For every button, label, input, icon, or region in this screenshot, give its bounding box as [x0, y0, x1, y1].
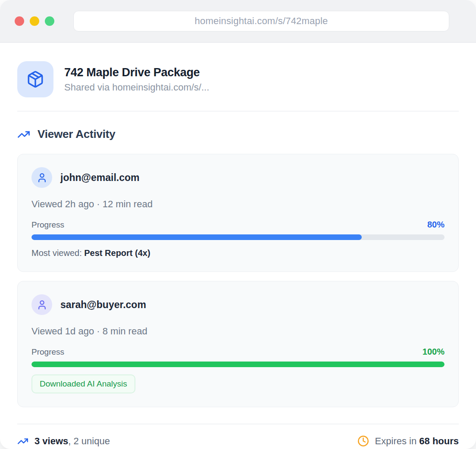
page-content: 742 Maple Drive Package Shared via homei… [0, 43, 476, 449]
trending-up-icon [17, 436, 28, 447]
trending-up-icon [17, 128, 30, 141]
progress-bar-track [31, 234, 445, 240]
address-bar[interactable]: homeinsightai.com/s/742maple [73, 11, 449, 31]
user-icon [31, 167, 52, 188]
header-divider [17, 111, 459, 112]
browser-chrome: homeinsightai.com/s/742maple [0, 0, 476, 43]
downloaded-badge: Downloaded AI Analysis [31, 374, 135, 393]
package-icon [17, 61, 53, 97]
progress-bar-fill [31, 234, 362, 240]
viewer-email: sarah@buyer.com [60, 299, 146, 311]
most-viewed-line: Most viewed: Pest Report (4x) [31, 248, 445, 258]
expiry-label: Expires in [375, 436, 420, 446]
viewer-card: john@email.com Viewed 2h ago · 12 min re… [17, 154, 459, 272]
page-subtitle: Shared via homeinsightai.com/s/... [64, 82, 209, 93]
package-header-text: 742 Maple Drive Package Shared via homei… [64, 66, 209, 93]
section-title: Viewer Activity [38, 128, 116, 141]
unique-count: , 2 unique [68, 436, 110, 446]
viewer-activity-section-header: Viewer Activity [17, 128, 459, 141]
viewer-identity-row: john@email.com [31, 167, 445, 188]
page-title: 742 Maple Drive Package [64, 66, 209, 79]
minimize-window-button[interactable] [30, 16, 39, 26]
package-header: 742 Maple Drive Package Shared via homei… [17, 61, 459, 97]
viewer-cards: john@email.com Viewed 2h ago · 12 min re… [17, 154, 459, 407]
most-viewed-value: Pest Report (4x) [84, 248, 150, 258]
most-viewed-label: Most viewed: [31, 248, 84, 258]
viewed-meta: Viewed 1d ago · 8 min read [31, 326, 445, 337]
progress-bar-fill [31, 362, 445, 367]
progress-header: Progress 100% [31, 347, 445, 357]
viewer-card: sarah@buyer.com Viewed 1d ago · 8 min re… [17, 281, 459, 407]
viewer-email: john@email.com [60, 172, 139, 184]
progress-percent: 100% [423, 347, 445, 357]
expiry-summary: Expires in 68 hours [357, 435, 459, 447]
progress-percent: 80% [427, 220, 445, 230]
clock-icon [357, 435, 369, 447]
progress-header: Progress 80% [31, 220, 445, 230]
zoom-window-button[interactable] [45, 16, 54, 26]
views-text: 3 views, 2 unique [34, 436, 110, 447]
viewer-identity-row: sarah@buyer.com [31, 294, 445, 315]
viewed-meta: Viewed 2h ago · 12 min read [31, 199, 445, 210]
expiry-value: 68 hours [419, 436, 459, 446]
window-controls [15, 16, 54, 26]
views-count: 3 views [34, 436, 68, 446]
progress-label: Progress [31, 347, 64, 357]
close-window-button[interactable] [15, 16, 24, 26]
views-summary: 3 views, 2 unique [17, 436, 110, 447]
stats-footer: 3 views, 2 unique Expires in 68 hours [17, 424, 459, 447]
progress-bar-track [31, 362, 445, 367]
browser-window: homeinsightai.com/s/742maple 742 Maple D… [0, 0, 476, 449]
user-icon [31, 294, 52, 315]
expiry-text: Expires in 68 hours [375, 436, 459, 447]
progress-label: Progress [31, 220, 64, 230]
